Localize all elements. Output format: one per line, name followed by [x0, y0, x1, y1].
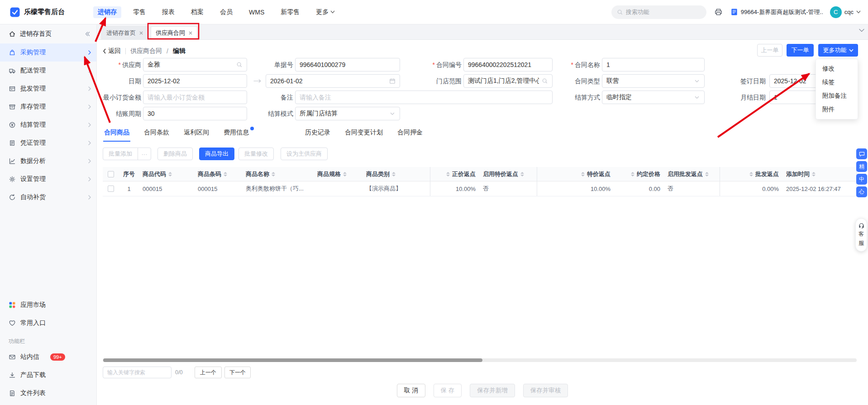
save-button[interactable]: 保 存 — [434, 384, 462, 397]
batch-edit-button[interactable]: 批量修改 — [238, 148, 274, 160]
company-badge[interactable]: 99664-新界面商超版测试-管理.. — [730, 8, 823, 16]
sidebar-item-settlement[interactable]: 结算管理 — [0, 116, 96, 134]
col-header-agreed-price[interactable]: 约定价格 — [614, 167, 664, 181]
col-header-spec[interactable]: 商品规格 — [314, 167, 362, 181]
assistant-icon[interactable] — [856, 148, 867, 159]
sidebar-item-product-download[interactable]: 产品下载 — [0, 366, 96, 384]
col-header-add-time[interactable]: 添加时间 — [782, 167, 857, 181]
scrollbar-thumb[interactable] — [103, 358, 482, 362]
global-search[interactable] — [611, 5, 706, 19]
delete-goods-button[interactable]: 删除商品 — [157, 148, 193, 160]
nav-retail[interactable]: 零售 — [133, 8, 146, 16]
tab-supplier-contract[interactable]: 供应商合同 — [151, 26, 197, 39]
col-header-goods-code[interactable]: 商品代码 — [139, 167, 194, 181]
col-header-wholesale-rebate[interactable]: 批发返点 — [720, 167, 782, 181]
tab-contract-goods[interactable]: 合同商品 — [103, 129, 130, 142]
cancel-button[interactable]: 取 消 — [397, 384, 425, 397]
menu-item-attachment[interactable]: 附件 — [816, 103, 858, 116]
col-header-enable-wholesale-rebate[interactable]: 启用批发返点 — [664, 167, 720, 181]
collapse-sidebar-icon[interactable] — [85, 32, 90, 36]
menu-item-modify[interactable]: 修改 — [816, 62, 858, 76]
export-goods-button[interactable]: 商品导出 — [199, 148, 234, 160]
col-header-special-rebate[interactable]: 特价返点 — [537, 167, 614, 181]
supplier-input-field[interactable] — [148, 61, 234, 68]
nav-archives[interactable]: 档案 — [191, 8, 204, 16]
table-row[interactable]: 1 000015 000015 奥利奥散称饼干（巧... 【演示商品】 10.0… — [103, 181, 857, 196]
print-button[interactable] — [713, 7, 724, 17]
sidebar-item-inbox[interactable]: 站内信 99+ — [0, 348, 96, 366]
select-all-checkbox[interactable] — [108, 171, 114, 177]
sidebar-item-auto-replenish[interactable]: 自动补货 — [0, 188, 96, 206]
more-actions-button[interactable]: 更多功能 — [818, 44, 858, 57]
nav-reports[interactable]: 报表 — [162, 8, 175, 16]
store-scope-field[interactable] — [468, 77, 539, 85]
nav-new-retail[interactable]: 新零售 — [281, 8, 300, 16]
tab-rebate-range[interactable]: 返利区间 — [183, 129, 210, 141]
save-and-new-button[interactable]: 保存并新增 — [470, 384, 515, 397]
tab-change-plan[interactable]: 合同变更计划 — [344, 129, 384, 141]
grid-keyword-search[interactable] — [103, 367, 172, 378]
next-match-button[interactable]: 下一个 — [224, 367, 251, 378]
min-order-field[interactable] — [148, 94, 243, 101]
supplier-input[interactable] — [143, 58, 247, 71]
settle-mode-select[interactable]: 所属门店结算 — [295, 107, 400, 120]
tab-history[interactable]: 历史记录 — [304, 129, 331, 141]
doc-no-input-field[interactable] — [300, 61, 396, 68]
customer-service-button[interactable]: 客 服 — [855, 218, 867, 252]
sidebar-item-purchase[interactable]: 采购管理 — [0, 43, 96, 62]
min-order-input[interactable] — [143, 91, 247, 104]
tab-contract-terms[interactable]: 合同条款 — [143, 129, 170, 141]
global-search-input[interactable] — [626, 9, 701, 15]
remark-input[interactable] — [295, 91, 553, 104]
sidebar-item-wholesale[interactable]: 批发管理 — [0, 80, 96, 98]
batch-add-more-button[interactable]: ··· — [138, 148, 151, 160]
date-start-field[interactable] — [148, 77, 243, 85]
batch-add-button[interactable]: 批量添加 — [103, 148, 138, 160]
tab-list-expand-button[interactable] — [859, 29, 864, 32]
tab-deposit[interactable]: 合同押金 — [396, 129, 424, 141]
nav-more[interactable]: 更多 — [316, 8, 335, 16]
contract-name-input-field[interactable] — [606, 61, 700, 68]
set-main-supplier-button[interactable]: 设为主供应商 — [281, 148, 328, 160]
sidebar-item-app-market[interactable]: 应用市场 — [0, 296, 96, 314]
float-char-3[interactable]: 心 — [856, 186, 867, 197]
menu-item-renew[interactable]: 续签 — [816, 76, 858, 89]
tab-inventory-home[interactable]: 进销存首页 — [101, 26, 148, 39]
settle-method-select[interactable]: 临时指定 — [602, 91, 705, 104]
menu-item-append-note[interactable]: 附加备注 — [816, 89, 858, 103]
prev-order-button[interactable]: 上一单 — [757, 44, 782, 57]
user-menu[interactable]: C cqc — [830, 6, 861, 18]
sidebar-item-delivery[interactable]: 配送管理 — [0, 62, 96, 80]
col-header-barcode[interactable]: 商品条码 — [194, 167, 242, 181]
col-header-category[interactable]: 商品类别 — [362, 167, 430, 181]
nav-members[interactable]: 会员 — [220, 8, 233, 16]
sidebar-item-analytics[interactable]: 数据分析 — [0, 152, 96, 170]
float-char-1[interactable]: 精 — [856, 161, 867, 172]
save-and-audit-button[interactable]: 保存并审核 — [523, 384, 568, 397]
sidebar-item-favorites[interactable]: 常用入口 — [0, 314, 96, 332]
back-button[interactable]: 返回 — [103, 47, 121, 55]
date-end-input[interactable] — [266, 74, 400, 88]
horizontal-scrollbar[interactable] — [103, 358, 857, 362]
next-order-button[interactable]: 下一单 — [787, 44, 814, 57]
settle-cycle-field[interactable] — [148, 110, 243, 117]
sidebar-item-file-list[interactable]: 文件列表 — [0, 384, 96, 402]
date-start-input[interactable] — [143, 74, 247, 88]
prev-match-button[interactable]: 上一个 — [195, 367, 222, 378]
sidebar-item-voucher[interactable]: 凭证管理 — [0, 134, 96, 152]
tab-fee-info[interactable]: 费用信息 — [223, 129, 250, 141]
nav-wms[interactable]: WMS — [249, 9, 264, 16]
col-header-normal-rebate[interactable]: 正价返点 — [430, 167, 479, 181]
contract-type-select[interactable]: 联营 — [602, 74, 705, 88]
sidebar-home[interactable]: 进销存首页 — [0, 24, 96, 43]
grid-keyword-input[interactable] — [107, 369, 167, 376]
contract-no-input-field[interactable] — [468, 61, 548, 68]
row-checkbox[interactable] — [108, 186, 114, 192]
nav-inventory[interactable]: 进销存 — [93, 6, 121, 18]
sidebar-item-inventory[interactable]: 库存管理 — [0, 98, 96, 116]
sidebar-item-settings[interactable]: 设置管理 — [0, 170, 96, 188]
doc-no-input[interactable] — [295, 58, 400, 71]
col-header-goods-name[interactable]: 商品名称 — [242, 167, 314, 181]
contract-name-input[interactable] — [602, 58, 705, 71]
settle-cycle-input[interactable] — [143, 107, 247, 120]
